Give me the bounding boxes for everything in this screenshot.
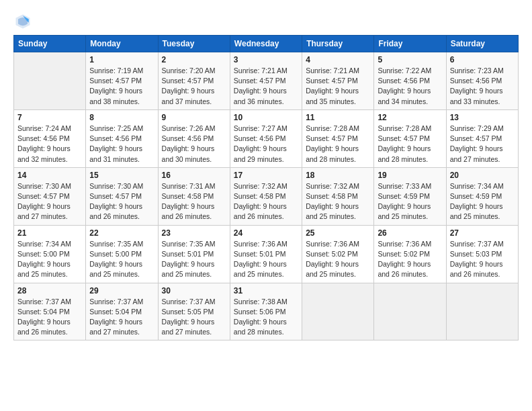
calendar-cell: 18Sunrise: 7:32 AMSunset: 4:58 PMDayligh… bbox=[302, 167, 374, 225]
day-info: Sunrise: 7:38 AMSunset: 5:06 PMDaylight:… bbox=[234, 297, 298, 338]
calendar-cell: 28Sunrise: 7:37 AMSunset: 5:04 PMDayligh… bbox=[14, 283, 86, 340]
day-info: Sunrise: 7:22 AMSunset: 4:56 PMDaylight:… bbox=[378, 66, 442, 107]
calendar-cell bbox=[374, 283, 446, 340]
day-number: 27 bbox=[450, 228, 515, 238]
day-number: 30 bbox=[162, 286, 226, 295]
day-number: 28 bbox=[17, 286, 82, 295]
calendar-cell: 30Sunrise: 7:37 AMSunset: 5:05 PMDayligh… bbox=[158, 283, 230, 340]
calendar-cell: 29Sunrise: 7:37 AMSunset: 5:04 PMDayligh… bbox=[86, 283, 158, 340]
calendar-cell: 22Sunrise: 7:35 AMSunset: 5:00 PMDayligh… bbox=[86, 225, 158, 283]
day-info: Sunrise: 7:34 AMSunset: 5:00 PMDaylight:… bbox=[17, 239, 82, 280]
calendar-cell: 6Sunrise: 7:23 AMSunset: 4:56 PMDaylight… bbox=[446, 52, 518, 110]
day-number: 12 bbox=[378, 113, 442, 122]
calendar-cell: 15Sunrise: 7:30 AMSunset: 4:57 PMDayligh… bbox=[86, 167, 158, 225]
day-info: Sunrise: 7:36 AMSunset: 5:02 PMDaylight:… bbox=[306, 239, 370, 280]
day-number: 25 bbox=[306, 228, 370, 238]
logo bbox=[13, 12, 35, 31]
weekday-header-friday: Friday bbox=[374, 36, 446, 52]
calendar-cell: 20Sunrise: 7:34 AMSunset: 4:59 PMDayligh… bbox=[446, 167, 518, 225]
day-number: 11 bbox=[306, 113, 370, 122]
calendar-cell: 11Sunrise: 7:28 AMSunset: 4:57 PMDayligh… bbox=[302, 109, 374, 167]
day-info: Sunrise: 7:30 AMSunset: 4:57 PMDaylight:… bbox=[89, 181, 154, 222]
day-number: 6 bbox=[450, 55, 515, 64]
day-number: 9 bbox=[162, 113, 226, 122]
calendar-table: SundayMondayTuesdayWednesdayThursdayFrid… bbox=[13, 35, 519, 340]
calendar-cell: 16Sunrise: 7:31 AMSunset: 4:58 PMDayligh… bbox=[158, 167, 230, 225]
calendar-cell bbox=[446, 283, 518, 340]
week-row-4: 21Sunrise: 7:34 AMSunset: 5:00 PMDayligh… bbox=[14, 225, 519, 283]
day-info: Sunrise: 7:25 AMSunset: 4:56 PMDaylight:… bbox=[89, 124, 154, 165]
day-info: Sunrise: 7:28 AMSunset: 4:57 PMDaylight:… bbox=[378, 124, 442, 165]
weekday-header-row: SundayMondayTuesdayWednesdayThursdayFrid… bbox=[14, 36, 519, 52]
weekday-header-monday: Monday bbox=[86, 36, 158, 52]
calendar-cell: 31Sunrise: 7:38 AMSunset: 5:06 PMDayligh… bbox=[230, 283, 302, 340]
calendar-cell: 4Sunrise: 7:21 AMSunset: 4:57 PMDaylight… bbox=[302, 52, 374, 110]
page: SundayMondayTuesdayWednesdayThursdayFrid… bbox=[0, 0, 532, 347]
day-info: Sunrise: 7:26 AMSunset: 4:56 PMDaylight:… bbox=[162, 124, 226, 165]
calendar-cell: 10Sunrise: 7:27 AMSunset: 4:56 PMDayligh… bbox=[230, 109, 302, 167]
day-number: 7 bbox=[17, 113, 82, 122]
calendar-cell: 12Sunrise: 7:28 AMSunset: 4:57 PMDayligh… bbox=[374, 109, 446, 167]
day-number: 13 bbox=[450, 113, 515, 122]
day-number: 10 bbox=[234, 113, 298, 122]
calendar-cell: 9Sunrise: 7:26 AMSunset: 4:56 PMDaylight… bbox=[158, 109, 230, 167]
day-number: 18 bbox=[306, 171, 370, 180]
day-number: 26 bbox=[378, 228, 442, 238]
header bbox=[13, 12, 519, 31]
weekday-header-saturday: Saturday bbox=[446, 36, 518, 52]
logo-icon bbox=[13, 12, 32, 31]
week-row-2: 7Sunrise: 7:24 AMSunset: 4:56 PMDaylight… bbox=[14, 109, 519, 167]
day-number: 16 bbox=[162, 171, 226, 180]
calendar-cell: 23Sunrise: 7:35 AMSunset: 5:01 PMDayligh… bbox=[158, 225, 230, 283]
calendar-cell: 8Sunrise: 7:25 AMSunset: 4:56 PMDaylight… bbox=[86, 109, 158, 167]
day-info: Sunrise: 7:32 AMSunset: 4:58 PMDaylight:… bbox=[306, 181, 370, 222]
day-number: 14 bbox=[17, 171, 82, 180]
day-number: 24 bbox=[234, 228, 298, 238]
day-info: Sunrise: 7:21 AMSunset: 4:57 PMDaylight:… bbox=[306, 66, 370, 107]
weekday-header-tuesday: Tuesday bbox=[158, 36, 230, 52]
day-number: 15 bbox=[89, 171, 154, 180]
weekday-header-sunday: Sunday bbox=[14, 36, 86, 52]
day-info: Sunrise: 7:30 AMSunset: 4:57 PMDaylight:… bbox=[17, 181, 82, 222]
calendar-cell: 19Sunrise: 7:33 AMSunset: 4:59 PMDayligh… bbox=[374, 167, 446, 225]
calendar-cell: 5Sunrise: 7:22 AMSunset: 4:56 PMDaylight… bbox=[374, 52, 446, 110]
day-info: Sunrise: 7:19 AMSunset: 4:57 PMDaylight:… bbox=[89, 66, 154, 107]
calendar-cell: 24Sunrise: 7:36 AMSunset: 5:01 PMDayligh… bbox=[230, 225, 302, 283]
day-number: 19 bbox=[378, 171, 442, 180]
day-info: Sunrise: 7:32 AMSunset: 4:58 PMDaylight:… bbox=[234, 181, 298, 222]
week-row-3: 14Sunrise: 7:30 AMSunset: 4:57 PMDayligh… bbox=[14, 167, 519, 225]
calendar-cell: 21Sunrise: 7:34 AMSunset: 5:00 PMDayligh… bbox=[14, 225, 86, 283]
day-number: 23 bbox=[162, 228, 226, 238]
day-info: Sunrise: 7:34 AMSunset: 4:59 PMDaylight:… bbox=[450, 181, 515, 222]
day-number: 1 bbox=[89, 55, 154, 64]
day-info: Sunrise: 7:24 AMSunset: 4:56 PMDaylight:… bbox=[17, 124, 82, 165]
day-info: Sunrise: 7:29 AMSunset: 4:57 PMDaylight:… bbox=[450, 124, 515, 165]
calendar-cell: 7Sunrise: 7:24 AMSunset: 4:56 PMDaylight… bbox=[14, 109, 86, 167]
day-number: 20 bbox=[450, 171, 515, 180]
day-info: Sunrise: 7:33 AMSunset: 4:59 PMDaylight:… bbox=[378, 181, 442, 222]
day-info: Sunrise: 7:37 AMSunset: 5:04 PMDaylight:… bbox=[17, 297, 82, 338]
day-info: Sunrise: 7:35 AMSunset: 5:00 PMDaylight:… bbox=[89, 239, 154, 280]
day-info: Sunrise: 7:36 AMSunset: 5:02 PMDaylight:… bbox=[378, 239, 442, 280]
day-info: Sunrise: 7:21 AMSunset: 4:57 PMDaylight:… bbox=[234, 66, 298, 107]
day-number: 3 bbox=[234, 55, 298, 64]
day-info: Sunrise: 7:23 AMSunset: 4:56 PMDaylight:… bbox=[450, 66, 515, 107]
calendar-cell: 3Sunrise: 7:21 AMSunset: 4:57 PMDaylight… bbox=[230, 52, 302, 110]
day-info: Sunrise: 7:35 AMSunset: 5:01 PMDaylight:… bbox=[162, 239, 226, 280]
week-row-1: 1Sunrise: 7:19 AMSunset: 4:57 PMDaylight… bbox=[14, 52, 519, 110]
calendar-cell: 13Sunrise: 7:29 AMSunset: 4:57 PMDayligh… bbox=[446, 109, 518, 167]
calendar-cell bbox=[14, 52, 86, 110]
calendar-cell: 25Sunrise: 7:36 AMSunset: 5:02 PMDayligh… bbox=[302, 225, 374, 283]
day-info: Sunrise: 7:31 AMSunset: 4:58 PMDaylight:… bbox=[162, 181, 226, 222]
day-number: 8 bbox=[89, 113, 154, 122]
day-number: 21 bbox=[17, 228, 82, 238]
day-number: 17 bbox=[234, 171, 298, 180]
day-number: 29 bbox=[89, 286, 154, 295]
day-number: 22 bbox=[89, 228, 154, 238]
calendar-cell: 26Sunrise: 7:36 AMSunset: 5:02 PMDayligh… bbox=[374, 225, 446, 283]
day-info: Sunrise: 7:27 AMSunset: 4:56 PMDaylight:… bbox=[234, 124, 298, 165]
calendar-cell: 17Sunrise: 7:32 AMSunset: 4:58 PMDayligh… bbox=[230, 167, 302, 225]
week-row-5: 28Sunrise: 7:37 AMSunset: 5:04 PMDayligh… bbox=[14, 283, 519, 340]
calendar-cell: 14Sunrise: 7:30 AMSunset: 4:57 PMDayligh… bbox=[14, 167, 86, 225]
calendar-cell bbox=[302, 283, 374, 340]
